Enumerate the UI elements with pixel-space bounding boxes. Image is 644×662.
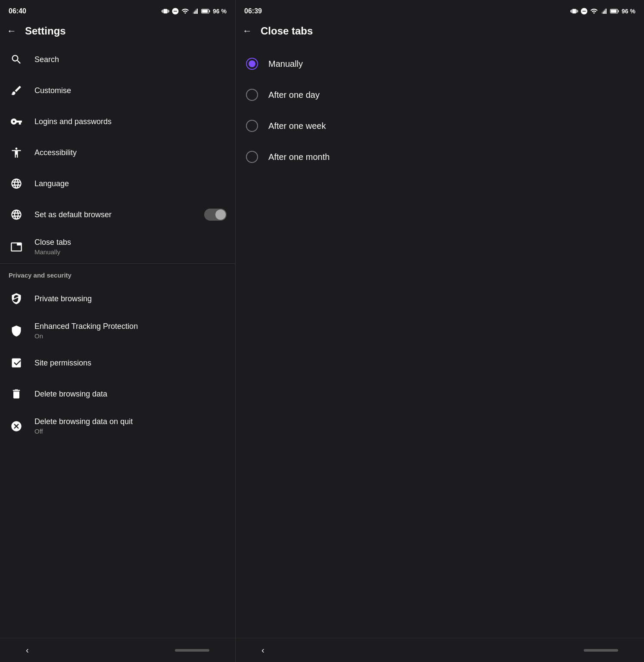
shield-icon	[9, 323, 24, 339]
delete-on-quit-sublabel: Off	[34, 428, 227, 435]
radio-one-day-label: After one day	[268, 90, 320, 100]
settings-item-private-browsing[interactable]: Private browsing	[0, 283, 235, 314]
battery-text-right: 96 %	[622, 8, 635, 15]
site-permissions-text: Site permissions	[34, 359, 227, 368]
settings-item-search[interactable]: Search	[0, 44, 235, 75]
settings-list: Search Customise Logins and passwords	[0, 44, 235, 638]
close-tabs-label: Close tabs	[34, 238, 227, 247]
settings-item-default-browser[interactable]: Set as default browser	[0, 199, 235, 230]
site-permissions-label: Site permissions	[34, 359, 227, 368]
svg-rect-4	[618, 10, 619, 12]
private-browsing-label: Private browsing	[34, 294, 227, 303]
settings-item-site-permissions[interactable]: Site permissions	[0, 347, 235, 378]
settings-item-delete-on-quit[interactable]: Delete browsing data on quit Off	[0, 409, 235, 443]
vibrate-icon	[162, 7, 169, 15]
wifi-icon-right	[590, 7, 598, 15]
settings-item-accessibility[interactable]: Accessibility	[0, 137, 235, 168]
logins-label: Logins and passwords	[34, 117, 227, 126]
status-bar-left: 06:40 96 %	[0, 0, 235, 21]
radio-item-one-day[interactable]: After one day	[236, 79, 644, 110]
accessibility-text: Accessibility	[34, 148, 227, 157]
default-browser-label: Set as default browser	[34, 210, 194, 219]
delete-on-quit-label: Delete browsing data on quit	[34, 417, 227, 426]
back-nav-right[interactable]: ‹	[261, 645, 264, 655]
close-tabs-options: Manually After one day After one week Af…	[236, 44, 644, 638]
trash-icon	[9, 386, 24, 402]
tracking-protection-text: Enhanced Tracking Protection On	[34, 322, 227, 340]
customise-text: Customise	[34, 86, 227, 95]
wifi-icon	[181, 7, 189, 15]
privacy-section-header: Privacy and security	[0, 264, 235, 283]
radio-one-month[interactable]	[246, 151, 258, 163]
radio-one-week-label: After one week	[268, 121, 326, 131]
mask-icon	[9, 291, 24, 306]
private-browsing-text: Private browsing	[34, 294, 227, 303]
svg-rect-1	[209, 10, 210, 12]
delete-on-quit-text: Delete browsing data on quit Off	[34, 417, 227, 435]
search-icon	[9, 52, 24, 67]
battery-text-left: 96 %	[213, 8, 227, 15]
minus-circle-icon	[171, 7, 179, 15]
accessibility-icon	[9, 145, 24, 160]
right-panel: 06:39 96 % ← Close tabs Manually	[236, 0, 644, 662]
radio-item-manually[interactable]: Manually	[236, 48, 644, 79]
settings-item-delete-data[interactable]: Delete browsing data	[0, 378, 235, 409]
nav-pill-right	[584, 649, 618, 652]
nav-pill-left	[175, 649, 209, 652]
close-tabs-title: Close tabs	[261, 25, 313, 37]
signal-icon	[191, 7, 199, 15]
tracking-protection-label: Enhanced Tracking Protection	[34, 322, 227, 331]
logins-text: Logins and passwords	[34, 117, 227, 126]
status-icons-right: 96 %	[570, 7, 635, 15]
battery-icon-right	[610, 7, 619, 15]
status-time-left: 06:40	[9, 7, 26, 15]
key-icon	[9, 114, 24, 129]
default-browser-text: Set as default browser	[34, 210, 194, 219]
bottom-bar-right: ‹	[236, 638, 644, 662]
settings-title: Settings	[25, 25, 66, 37]
circle-x-icon	[9, 418, 24, 434]
delete-data-label: Delete browsing data	[34, 390, 227, 399]
radio-one-month-label: After one month	[268, 152, 330, 162]
close-tabs-sublabel: Manually	[34, 248, 227, 256]
globe-icon	[9, 207, 24, 222]
settings-header: ← Settings	[0, 21, 235, 44]
svg-rect-2	[202, 9, 208, 12]
status-time-right: 06:39	[244, 7, 262, 15]
status-icons-left: 96 %	[162, 7, 227, 15]
settings-item-close-tabs[interactable]: Close tabs Manually	[0, 230, 235, 263]
search-label: Search	[34, 55, 227, 64]
settings-item-tracking-protection[interactable]: Enhanced Tracking Protection On	[0, 314, 235, 347]
settings-item-customise[interactable]: Customise	[0, 75, 235, 106]
close-tabs-text: Close tabs Manually	[34, 238, 227, 256]
back-nav-left[interactable]: ‹	[26, 645, 29, 655]
radio-one-day[interactable]	[246, 89, 258, 101]
back-button-right[interactable]: ←	[243, 25, 252, 37]
svg-rect-5	[611, 9, 616, 12]
radio-manually[interactable]	[246, 58, 258, 70]
tabs-icon	[9, 239, 24, 255]
language-label: Language	[34, 179, 227, 188]
customise-label: Customise	[34, 86, 227, 95]
back-button-left[interactable]: ←	[7, 25, 16, 37]
accessibility-label: Accessibility	[34, 148, 227, 157]
vibrate-icon-right	[570, 7, 578, 15]
settings-item-language[interactable]: Language	[0, 168, 235, 199]
settings-item-logins[interactable]: Logins and passwords	[0, 106, 235, 137]
language-text: Language	[34, 179, 227, 188]
tracking-protection-sublabel: On	[34, 332, 227, 340]
status-bar-right: 06:39 96 %	[236, 0, 644, 21]
delete-data-text: Delete browsing data	[34, 390, 227, 399]
radio-item-one-week[interactable]: After one week	[236, 110, 644, 141]
radio-one-week[interactable]	[246, 120, 258, 132]
bottom-bar-left: ‹	[0, 638, 235, 662]
left-panel: 06:40 96 % ← Settings	[0, 0, 236, 662]
signal-icon-right	[600, 7, 608, 15]
radio-manually-label: Manually	[268, 59, 303, 69]
close-tabs-header: ← Close tabs	[236, 21, 644, 44]
default-browser-toggle[interactable]	[204, 209, 227, 221]
radio-item-one-month[interactable]: After one month	[236, 141, 644, 172]
permissions-icon	[9, 355, 24, 371]
brush-icon	[9, 83, 24, 98]
toggle-thumb	[215, 209, 226, 220]
